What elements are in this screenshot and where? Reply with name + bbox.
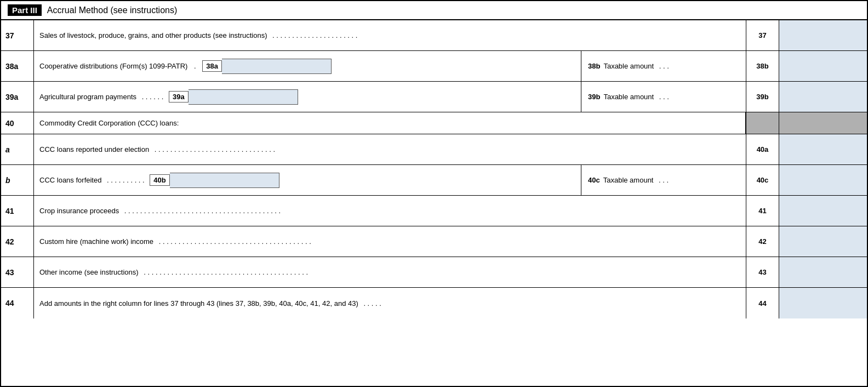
row-38b-input[interactable] [779, 51, 867, 81]
row-42-text: Custom hire (machine work) income [39, 237, 153, 246]
row-40c-line: 40c [746, 165, 779, 195]
row-41: 41 Crop insurance proceeds . . . . . . .… [1, 196, 867, 226]
row-39b-taxable-text: Taxable amount [603, 93, 654, 101]
row-38b-dots: . . . [657, 62, 671, 70]
row-39-text: Agricultural program payments [39, 93, 136, 101]
row-43-right: 43 [746, 257, 867, 287]
row-40-header: 40 Commodity Credit Corporation (CCC) lo… [1, 112, 867, 134]
row-40a-line: 40a [746, 134, 779, 164]
row-40-right-gray-input [779, 112, 867, 134]
row-40c-right: 40c [746, 165, 867, 195]
row-43-dots: . . . . . . . . . . . . . . . . . . . . … [142, 268, 740, 276]
row-40-text: Commodity Credit Corporation (CCC) loans… [39, 119, 179, 127]
row-44-text: Add amounts in the right column for line… [39, 299, 358, 308]
row-41-text: Crop insurance proceeds [39, 207, 119, 215]
row-38b-label: 38b [588, 62, 600, 70]
row-40a-desc: CCC loans reported under election . . . … [34, 134, 746, 164]
row-40-right [746, 112, 867, 134]
row-40a-input[interactable] [779, 134, 867, 164]
row-40-num: 40 [1, 112, 34, 134]
row-38-desc-group: Cooperative distributions (Form(s) 1099-… [34, 51, 581, 81]
row-40b-text: CCC loans forfeited [39, 176, 101, 184]
header-title: Accrual Method (see instructions) [47, 5, 177, 15]
row-41-input[interactable] [779, 196, 867, 226]
row-40c-label: 40c [588, 176, 600, 184]
row-40b: b CCC loans forfeited . . . . . . . . . … [1, 165, 867, 196]
row-41-line: 41 [746, 196, 779, 226]
row-39b-input[interactable] [779, 82, 867, 112]
row-38b-taxable: 38b Taxable amount . . . [581, 51, 746, 81]
part-badge: Part III [8, 4, 42, 16]
row-40b-input[interactable] [170, 173, 279, 188]
row-38-dots1: . [192, 62, 198, 70]
row-40a-text: CCC loans reported under election [39, 145, 149, 153]
row-42-line: 42 [746, 226, 779, 257]
row-37-desc: Sales of livestock, produce, grains, and… [34, 20, 746, 50]
row-43-line: 43 [746, 257, 779, 287]
row-37-right: 37 [746, 20, 867, 50]
row-39: 39a Agricultural program payments . . . … [1, 82, 867, 112]
row-42-right: 42 [746, 226, 867, 257]
row-38a-input[interactable] [222, 59, 332, 74]
part-header: Part III Accrual Method (see instruction… [1, 1, 867, 20]
row-42-input[interactable] [779, 226, 867, 257]
row-37-num: 37 [1, 20, 34, 50]
row-40b-label: 40b [150, 174, 169, 186]
row-43-input[interactable] [779, 257, 867, 287]
row-39b-label: 39b [588, 93, 600, 101]
row-39-desc-group: Agricultural program payments . . . . . … [34, 82, 581, 112]
form-container: Part III Accrual Method (see instruction… [0, 0, 868, 387]
row-39b-right: 39b [746, 82, 867, 112]
row-40-right-gray-num [746, 112, 779, 134]
row-39a-input[interactable] [189, 89, 298, 105]
row-37-line: 37 [746, 20, 779, 50]
row-38-num: 38a [1, 51, 34, 81]
row-40b-num: b [1, 165, 34, 195]
title-suffix: (see instructions) [108, 5, 177, 15]
row-38b-taxable-text: Taxable amount [603, 62, 654, 70]
row-44-right: 44 [746, 288, 867, 318]
row-40c-dots: . . . [656, 176, 670, 184]
row-39b-taxable: 39b Taxable amount . . . [581, 82, 746, 112]
row-38b-line: 38b [746, 51, 779, 81]
row-38-text: Cooperative distributions (Form(s) 1099-… [39, 62, 187, 70]
row-39-num: 39a [1, 82, 34, 112]
row-44-input[interactable] [779, 288, 867, 318]
row-38: 38a Cooperative distributions (Form(s) 1… [1, 51, 867, 82]
row-37-input[interactable] [779, 20, 867, 50]
row-44: 44 Add amounts in the right column for l… [1, 288, 867, 318]
row-40a-right: 40a [746, 134, 867, 164]
row-40c-taxable: 40c Taxable amount . . . [581, 165, 746, 195]
row-40-desc: Commodity Credit Corporation (CCC) loans… [34, 112, 746, 134]
row-40b-dots1: . . . . . . . . . . [105, 176, 146, 184]
row-41-num: 41 [1, 196, 34, 226]
row-43-text: Other income (see instructions) [39, 268, 139, 276]
row-41-dots: . . . . . . . . . . . . . . . . . . . . … [122, 207, 740, 215]
title-bold: Accrual Method [47, 5, 108, 15]
row-37: 37 Sales of livestock, produce, grains, … [1, 20, 867, 51]
row-39b-line: 39b [746, 82, 779, 112]
row-38b-right: 38b [746, 51, 867, 81]
row-40c-input[interactable] [779, 165, 867, 195]
row-40a-num: a [1, 134, 34, 164]
row-40c-taxable-text: Taxable amount [603, 176, 654, 184]
row-43-desc: Other income (see instructions) . . . . … [34, 257, 746, 287]
row-39-dots1: . . . . . . [140, 93, 165, 101]
row-44-num: 44 [1, 288, 34, 318]
row-40b-desc-group: CCC loans forfeited . . . . . . . . . . … [34, 165, 581, 195]
row-44-dots: . . . . . [362, 299, 740, 308]
row-42-desc: Custom hire (machine work) income . . . … [34, 226, 746, 257]
row-41-right: 41 [746, 196, 867, 226]
row-43-num: 43 [1, 257, 34, 287]
row-40a: a CCC loans reported under election . . … [1, 134, 867, 165]
row-38a-label: 38a [202, 60, 222, 72]
row-44-line: 44 [746, 288, 779, 318]
row-40a-dots: . . . . . . . . . . . . . . . . . . . . … [152, 145, 740, 153]
row-42-dots: . . . . . . . . . . . . . . . . . . . . … [157, 237, 740, 246]
row-39b-dots: . . . [657, 93, 671, 101]
row-43: 43 Other income (see instructions) . . .… [1, 257, 867, 288]
row-41-desc: Crop insurance proceeds . . . . . . . . … [34, 196, 746, 226]
row-42: 42 Custom hire (machine work) income . .… [1, 226, 867, 257]
row-37-text: Sales of livestock, produce, grains, and… [39, 31, 267, 39]
row-39a-label: 39a [169, 91, 189, 103]
